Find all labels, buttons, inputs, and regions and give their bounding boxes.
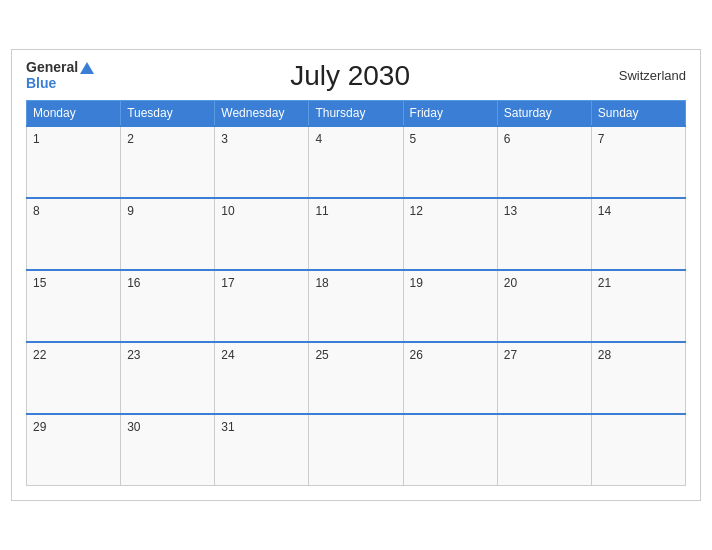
- weekday-header-monday: Monday: [27, 100, 121, 126]
- day-number: 18: [315, 276, 328, 290]
- calendar-day-18: 18: [309, 270, 403, 342]
- day-number: 21: [598, 276, 611, 290]
- calendar-day-24: 24: [215, 342, 309, 414]
- calendar-day-9: 9: [121, 198, 215, 270]
- calendar-day-30: 30: [121, 414, 215, 486]
- calendar-day-1: 1: [27, 126, 121, 198]
- calendar-day-6: 6: [497, 126, 591, 198]
- day-number: 9: [127, 204, 134, 218]
- calendar-day-14: 14: [591, 198, 685, 270]
- calendar-day-10: 10: [215, 198, 309, 270]
- logo-triangle-icon: [80, 62, 94, 74]
- calendar-day-empty: [497, 414, 591, 486]
- calendar-day-11: 11: [309, 198, 403, 270]
- calendar-day-empty: [403, 414, 497, 486]
- day-number: 12: [410, 204, 423, 218]
- day-number: 27: [504, 348, 517, 362]
- day-number: 15: [33, 276, 46, 290]
- weekday-header-saturday: Saturday: [497, 100, 591, 126]
- calendar-day-27: 27: [497, 342, 591, 414]
- calendar-week-row: 891011121314: [27, 198, 686, 270]
- calendar-day-21: 21: [591, 270, 685, 342]
- day-number: 30: [127, 420, 140, 434]
- weekday-header-friday: Friday: [403, 100, 497, 126]
- day-number: 22: [33, 348, 46, 362]
- day-number: 2: [127, 132, 134, 146]
- calendar-day-2: 2: [121, 126, 215, 198]
- day-number: 26: [410, 348, 423, 362]
- weekday-header-sunday: Sunday: [591, 100, 685, 126]
- day-number: 28: [598, 348, 611, 362]
- calendar-week-row: 1234567: [27, 126, 686, 198]
- calendar-day-3: 3: [215, 126, 309, 198]
- calendar-day-5: 5: [403, 126, 497, 198]
- logo-general-text: General: [26, 60, 78, 75]
- day-number: 8: [33, 204, 40, 218]
- day-number: 6: [504, 132, 511, 146]
- calendar-header: General Blue July 2030 Switzerland: [26, 60, 686, 92]
- calendar-day-25: 25: [309, 342, 403, 414]
- calendar-day-8: 8: [27, 198, 121, 270]
- day-number: 16: [127, 276, 140, 290]
- day-number: 13: [504, 204, 517, 218]
- calendar-day-26: 26: [403, 342, 497, 414]
- calendar-day-13: 13: [497, 198, 591, 270]
- logo: General Blue: [26, 60, 94, 91]
- calendar-day-19: 19: [403, 270, 497, 342]
- calendar-day-16: 16: [121, 270, 215, 342]
- calendar: General Blue July 2030 Switzerland Monda…: [11, 49, 701, 502]
- calendar-week-row: 293031: [27, 414, 686, 486]
- day-number: 11: [315, 204, 328, 218]
- day-number: 3: [221, 132, 228, 146]
- calendar-week-row: 15161718192021: [27, 270, 686, 342]
- logo-blue-text: Blue: [26, 76, 94, 91]
- calendar-day-17: 17: [215, 270, 309, 342]
- calendar-day-22: 22: [27, 342, 121, 414]
- calendar-week-row: 22232425262728: [27, 342, 686, 414]
- day-number: 10: [221, 204, 234, 218]
- calendar-title: July 2030: [94, 60, 606, 92]
- calendar-day-29: 29: [27, 414, 121, 486]
- calendar-table: MondayTuesdayWednesdayThursdayFridaySatu…: [26, 100, 686, 487]
- day-number: 1: [33, 132, 40, 146]
- calendar-country: Switzerland: [606, 68, 686, 83]
- calendar-day-28: 28: [591, 342, 685, 414]
- calendar-day-12: 12: [403, 198, 497, 270]
- day-number: 17: [221, 276, 234, 290]
- calendar-day-7: 7: [591, 126, 685, 198]
- calendar-day-31: 31: [215, 414, 309, 486]
- day-number: 4: [315, 132, 322, 146]
- day-number: 24: [221, 348, 234, 362]
- weekday-header-thursday: Thursday: [309, 100, 403, 126]
- calendar-day-15: 15: [27, 270, 121, 342]
- day-number: 25: [315, 348, 328, 362]
- calendar-day-empty: [309, 414, 403, 486]
- day-number: 31: [221, 420, 234, 434]
- day-number: 29: [33, 420, 46, 434]
- day-number: 20: [504, 276, 517, 290]
- calendar-day-20: 20: [497, 270, 591, 342]
- day-number: 23: [127, 348, 140, 362]
- day-number: 14: [598, 204, 611, 218]
- day-number: 7: [598, 132, 605, 146]
- calendar-day-23: 23: [121, 342, 215, 414]
- weekday-header-row: MondayTuesdayWednesdayThursdayFridaySatu…: [27, 100, 686, 126]
- day-number: 19: [410, 276, 423, 290]
- weekday-header-tuesday: Tuesday: [121, 100, 215, 126]
- calendar-day-empty: [591, 414, 685, 486]
- weekday-header-wednesday: Wednesday: [215, 100, 309, 126]
- day-number: 5: [410, 132, 417, 146]
- calendar-day-4: 4: [309, 126, 403, 198]
